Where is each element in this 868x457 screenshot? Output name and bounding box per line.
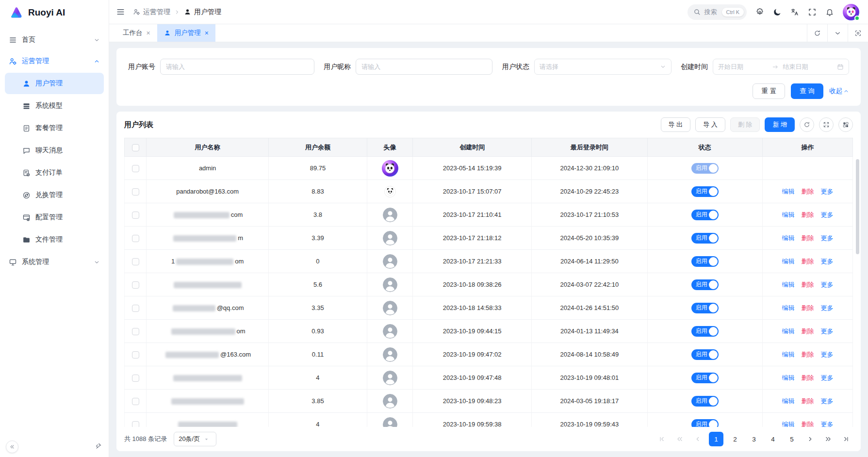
edit-link[interactable]: 编辑 [782, 304, 794, 311]
delete-link[interactable]: 删除 [801, 188, 814, 195]
status-toggle[interactable]: 启用 [691, 326, 719, 337]
row-checkbox[interactable] [132, 212, 139, 219]
row-checkbox[interactable] [132, 235, 139, 242]
row-checkbox[interactable] [132, 421, 139, 427]
add-button[interactable]: 新 增 [765, 117, 795, 132]
sidebar-collapse-button[interactable] [6, 441, 18, 453]
search-button[interactable]: 查 询 [791, 83, 823, 99]
delete-link[interactable]: 删除 [801, 327, 814, 335]
edit-link[interactable]: 编辑 [782, 327, 794, 335]
row-checkbox[interactable] [132, 398, 139, 405]
tab-workbench[interactable]: 工作台× [116, 24, 157, 42]
more-link[interactable]: 更多 [820, 397, 833, 405]
pagination-first-button[interactable] [655, 432, 669, 446]
row-checkbox[interactable] [132, 165, 139, 172]
more-link[interactable]: 更多 [820, 234, 833, 242]
delete-link[interactable]: 删除 [801, 421, 814, 427]
expand-table-button[interactable] [819, 117, 834, 132]
close-tab-icon[interactable]: × [147, 30, 150, 36]
row-checkbox[interactable] [132, 258, 139, 265]
edit-link[interactable]: 编辑 [782, 188, 794, 195]
sidebar-item-config[interactable]: 配置管理 [5, 207, 104, 228]
more-link[interactable]: 更多 [820, 351, 833, 358]
collapse-filter-link[interactable]: 收起 [829, 87, 849, 96]
status-toggle[interactable]: 启用 [691, 186, 719, 197]
sidebar-item-packages[interactable]: 套餐管理 [5, 117, 104, 139]
more-link[interactable]: 更多 [820, 421, 833, 427]
delete-link[interactable]: 删除 [801, 397, 814, 405]
more-link[interactable]: 更多 [820, 304, 833, 311]
delete-link[interactable]: 删除 [801, 351, 814, 358]
sidebar-item-operations[interactable]: 运营管理 [3, 50, 106, 72]
pagination-jump-back-button[interactable] [673, 432, 687, 446]
more-link[interactable]: 更多 [820, 374, 833, 381]
pagination-last-button[interactable] [839, 432, 853, 446]
pagination-next-button[interactable] [803, 432, 817, 446]
sidebar-item-chat[interactable]: 聊天消息 [5, 140, 104, 161]
sidebar-pin-button[interactable] [94, 442, 103, 451]
more-link[interactable]: 更多 [820, 327, 833, 335]
status-toggle[interactable]: 启用 [691, 210, 719, 220]
status-toggle[interactable]: 启用 [691, 233, 719, 244]
row-checkbox[interactable] [132, 188, 139, 196]
sidebar-item-users[interactable]: 用户管理 [5, 73, 104, 94]
import-button[interactable]: 导 入 [695, 117, 725, 132]
row-checkbox[interactable] [132, 305, 139, 312]
status-select[interactable]: 请选择 [534, 59, 671, 75]
fullscreen-icon[interactable] [808, 8, 817, 16]
delete-button[interactable]: 删 除 [730, 117, 760, 132]
delete-link[interactable]: 删除 [801, 234, 814, 242]
delete-link[interactable]: 删除 [801, 304, 814, 311]
global-search[interactable]: 搜索 Ctrl K [688, 4, 747, 20]
pagination-jump-forward-button[interactable] [821, 432, 835, 446]
brand-logo[interactable]: Ruoyi AI [0, 0, 109, 25]
delete-link[interactable]: 删除 [801, 211, 814, 218]
pagination-page-2[interactable]: 2 [728, 432, 742, 446]
sidebar-item-redeem[interactable]: 兑换管理 [5, 184, 104, 206]
status-toggle[interactable]: 启用 [691, 419, 719, 427]
pagination-prev-button[interactable] [691, 432, 704, 446]
edit-link[interactable]: 编辑 [782, 421, 794, 427]
column-settings-button[interactable] [838, 117, 853, 132]
user-avatar[interactable] [843, 4, 859, 20]
sidebar-item-files[interactable]: 文件管理 [5, 229, 104, 250]
breadcrumb-item-operations[interactable]: 运营管理 [133, 8, 170, 16]
delete-link[interactable]: 删除 [801, 374, 814, 381]
more-link[interactable]: 更多 [820, 188, 833, 195]
edit-link[interactable]: 编辑 [782, 258, 794, 265]
date-range-picker[interactable]: 开始日期 结束日期 [713, 59, 849, 75]
more-link[interactable]: 更多 [820, 258, 833, 265]
breadcrumb-item-users[interactable]: 用户管理 [184, 8, 221, 16]
table-scrollbar[interactable] [856, 159, 859, 254]
status-toggle[interactable]: 启用 [691, 373, 719, 383]
status-toggle[interactable]: 启用 [691, 256, 719, 267]
tab-maximize-button[interactable] [848, 24, 868, 42]
account-input[interactable] [160, 59, 314, 75]
edit-link[interactable]: 编辑 [782, 211, 794, 218]
nickname-input[interactable] [356, 59, 492, 75]
row-checkbox[interactable] [132, 375, 139, 382]
export-button[interactable]: 导 出 [661, 117, 691, 132]
row-checkbox[interactable] [132, 328, 139, 335]
edit-link[interactable]: 编辑 [782, 351, 794, 358]
delete-link[interactable]: 删除 [801, 281, 814, 288]
settings-icon[interactable] [755, 8, 764, 16]
row-checkbox[interactable] [132, 281, 139, 289]
edit-link[interactable]: 编辑 [782, 374, 794, 381]
sidebar-item-models[interactable]: 系统模型 [5, 95, 104, 116]
close-tab-icon[interactable]: × [205, 30, 209, 36]
status-toggle[interactable]: 启用 [691, 303, 719, 313]
tab-users[interactable]: 用户管理× [157, 24, 215, 42]
pagination-page-4[interactable]: 4 [766, 432, 780, 446]
edit-link[interactable]: 编辑 [782, 234, 794, 242]
notification-icon[interactable] [825, 8, 834, 16]
pagination-page-5[interactable]: 5 [785, 432, 799, 446]
more-link[interactable]: 更多 [820, 211, 833, 218]
status-toggle[interactable]: 启用 [691, 163, 719, 174]
more-link[interactable]: 更多 [820, 281, 833, 288]
select-all-checkbox[interactable] [132, 144, 139, 151]
translate-icon[interactable] [790, 8, 799, 16]
row-checkbox[interactable] [132, 351, 139, 359]
status-toggle[interactable]: 启用 [691, 396, 719, 407]
reset-button[interactable]: 重 置 [753, 83, 785, 99]
